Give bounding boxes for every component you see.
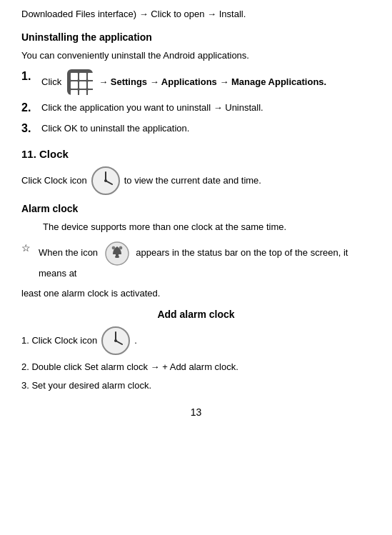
svg-point-12: [114, 339, 117, 342]
star-line3: least one alarm clock is activated.: [21, 286, 371, 301]
page-number: 13: [21, 406, 371, 418]
step-1-pre: Click: [41, 75, 61, 89]
step-2-text: Click the application you want to uninst…: [41, 101, 263, 115]
grid-icon: [67, 69, 93, 95]
add-step-1-dot: .: [134, 334, 137, 348]
svg-point-3: [104, 179, 107, 182]
clock-icon: [91, 166, 121, 196]
step-1-content: Click → Settings → Applications → Manage…: [41, 69, 326, 95]
step-2-num: 2.: [21, 101, 37, 116]
add-alarm-heading: Add alarm clock: [21, 309, 371, 320]
step-1-num: 1.: [21, 69, 37, 84]
clock-intro-text1: Click Clock icon: [21, 174, 87, 188]
uninstall-steps: 1. Click → Settings → Applications → Man…: [21, 69, 371, 136]
alarm-status-icon: [104, 241, 130, 266]
clock-intro: Click Clock icon to view the current dat…: [21, 166, 371, 196]
uninstall-subtext: You can conveniently uninstall the Andro…: [21, 49, 371, 63]
svg-point-7: [112, 246, 115, 249]
clock-heading: 11. Clock: [21, 148, 371, 160]
star-content: When the icon appears in the status bar …: [39, 241, 371, 281]
add-step-3: 3. Set your desired alarm clock.: [21, 379, 371, 393]
star-row: ☆ When the icon appears in the status ba…: [21, 241, 371, 281]
step-1-bold: → Settings → Applications → Manage Appli…: [99, 75, 326, 89]
step-3-text: Click OK to uninstall the application.: [41, 121, 189, 136]
uninstall-heading: Uninstalling the application: [21, 31, 371, 43]
add-step-2: 2. Double click Set alarm clock → + Add …: [21, 360, 371, 374]
add-clock-icon: [101, 326, 131, 356]
step-1: 1. Click → Settings → Applications → Man…: [21, 69, 371, 95]
step-3-num: 3.: [21, 121, 37, 136]
star-line1: When the icon: [39, 248, 98, 259]
step-2: 2. Click the application you want to uni…: [21, 101, 371, 116]
alarm-heading: Alarm clock: [21, 203, 371, 214]
add-step-1: 1. Click Clock icon .: [21, 326, 371, 356]
alarm-text: The device supports more than one clock …: [43, 220, 371, 234]
step-3: 3. Click OK to uninstall the application…: [21, 121, 371, 136]
star-symbol: ☆: [21, 241, 36, 256]
svg-point-6: [115, 256, 119, 258]
svg-point-8: [119, 246, 122, 249]
clock-intro-text2: to view the current date and time.: [124, 174, 261, 188]
add-step-1-text: 1. Click Clock icon: [21, 334, 97, 348]
intro-text: Downloaded Files interface) → Click to o…: [21, 7, 371, 21]
